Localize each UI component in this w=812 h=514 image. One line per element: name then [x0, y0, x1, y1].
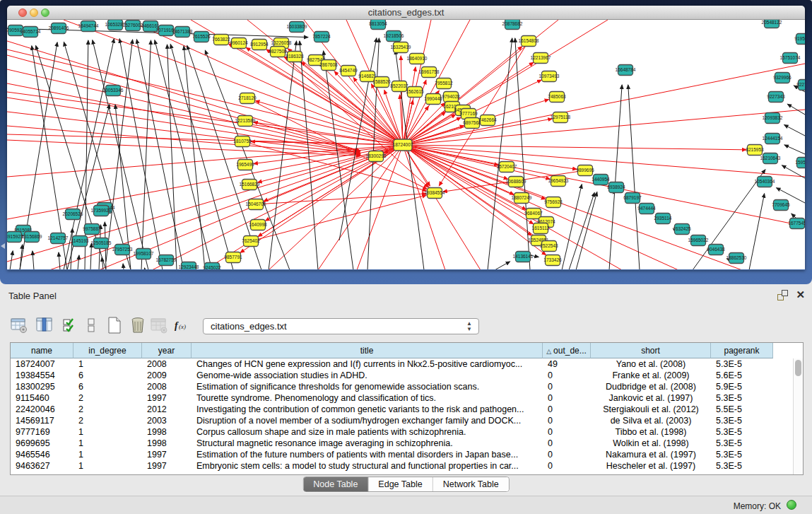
graph-node[interactable]: 19654923 [548, 176, 569, 187]
graph-node[interactable]: 9975887 [83, 224, 101, 235]
graph-node[interactable]: 9827508 [269, 47, 287, 57]
function-builder-button[interactable]: f(x) [171, 315, 192, 337]
graph-node[interactable]: 1595838 [795, 158, 805, 168]
graph-node[interactable]: 20891406 [49, 23, 69, 34]
graph-node[interactable]: 18862530 [726, 253, 747, 264]
graph-node[interactable]: 8227745 [796, 80, 805, 90]
graph-node[interactable]: 2522543 [540, 241, 558, 252]
delete-table-button-disabled[interactable] [148, 315, 170, 337]
graph-node[interactable]: 1640998 [249, 220, 267, 230]
graph-node[interactable]: 7857224 [312, 32, 331, 42]
graph-node[interactable]: 20548122 [762, 20, 782, 28]
graph-node[interactable]: 9960124 [230, 38, 248, 49]
column-header-short[interactable]: short [591, 343, 711, 358]
graph-node[interactable]: 15166829 [240, 180, 260, 190]
graph-node[interactable]: 7615526 [192, 32, 211, 42]
graph-node[interactable]: 1145193 [71, 236, 89, 247]
graph-node[interactable]: 8813054 [369, 20, 387, 30]
graph-node[interactable]: 12444154 [763, 134, 783, 144]
close-panel-icon[interactable]: ✕ [796, 288, 805, 301]
graph-node[interactable]: 15046706 [246, 199, 266, 210]
graph-node[interactable]: 14136141 [513, 252, 534, 262]
graph-node[interactable]: 10540364 [755, 177, 775, 187]
graph-node[interactable]: 9899695 [576, 165, 594, 176]
graph-node[interactable]: 12093832 [763, 113, 783, 124]
graph-node[interactable]: 8186328 [286, 52, 304, 62]
table-scrollbar[interactable] [793, 358, 803, 474]
collapse-panel-arrow-icon[interactable] [1, 243, 5, 249]
graph-node[interactable]: 6879197 [623, 193, 642, 204]
graph-node[interactable]: 15965022 [688, 235, 709, 246]
graph-node[interactable]: 8938924 [607, 182, 625, 193]
graph-node[interactable]: 13156869 [22, 232, 42, 243]
graph-node[interactable]: 9195012 [794, 34, 805, 45]
graph-node[interactable]: 9474444 [637, 204, 656, 214]
graph-node[interactable]: 20878682 [502, 20, 523, 30]
tab-network-table[interactable]: Network Table [433, 477, 509, 491]
graph-node[interactable]: 19384554 [425, 188, 445, 199]
table-row[interactable]: 1830029562008Estimation of significance … [11, 381, 803, 392]
graph-node[interactable]: 2935114 [654, 214, 672, 224]
table-settings-button[interactable] [8, 315, 30, 337]
graph-node[interactable]: 8912954 [250, 40, 269, 50]
graph-node[interactable]: 16648784 [616, 65, 636, 76]
graph-node[interactable]: 17957253 [112, 245, 133, 255]
graph-node[interactable]: 8454749 [339, 66, 358, 76]
graph-node[interactable]: 14671388 [172, 27, 193, 37]
select-rows-button[interactable] [59, 315, 81, 337]
graph-node[interactable]: 1440954 [592, 175, 610, 185]
graph-node[interactable]: 9329966 [773, 73, 792, 83]
merge-rows-button[interactable] [81, 315, 102, 337]
graph-node[interactable]: 12142757 [48, 233, 69, 244]
show-columns-button[interactable] [34, 315, 55, 337]
table-row[interactable]: 1456911722003Disruption of a novel membe… [11, 415, 803, 426]
graph-node[interactable]: 18494744 [78, 21, 99, 32]
graph-node[interactable]: 9245022 [203, 263, 221, 270]
graph-node[interactable]: 10688609 [506, 177, 526, 187]
column-header-year[interactable]: year [142, 343, 192, 358]
table-row[interactable]: 911546021997Tourette syndrome. Phenomeno… [11, 392, 803, 404]
graph-node[interactable]: 7955812 [435, 78, 453, 89]
graph-node[interactable]: 15720407 [497, 162, 517, 173]
graph-node[interactable]: 16961758 [419, 67, 440, 78]
table-row[interactable]: 2242004622012Investigating the contribut… [11, 404, 803, 415]
graph-node[interactable]: 1990448 [424, 94, 442, 105]
graph-node[interactable]: 9756928 [544, 197, 563, 208]
graph-node[interactable]: 18807249 [512, 193, 532, 204]
float-panel-icon[interactable] [777, 290, 788, 300]
graph-node[interactable]: 16782759 [156, 255, 177, 266]
graph-node[interactable]: 1562615 [406, 87, 424, 98]
table-row[interactable]: 946554611997Estimation of the future num… [11, 449, 803, 460]
graph-node[interactable]: 14055714 [20, 27, 41, 37]
graph-node[interactable]: 7625402 [242, 236, 260, 247]
graph-node[interactable]: 7663822 [212, 35, 230, 45]
graph-node[interactable]: 16325419 [391, 42, 411, 53]
graph-node[interactable]: 1965499 [236, 160, 254, 170]
graph-node[interactable]: 20206526 [63, 209, 83, 220]
graph-node[interactable]: 1810755 [233, 136, 252, 147]
tab-node-table[interactable]: Node Table [303, 477, 368, 491]
table-row[interactable]: 977716911998Corpus callosum shape and si… [11, 426, 803, 438]
new-table-button[interactable] [104, 315, 125, 337]
graph-node[interactable]: 16033809 [287, 22, 307, 33]
graph-node[interactable]: 2718120 [238, 93, 257, 104]
graph-node[interactable]: 18300295 [366, 151, 387, 162]
graph-node[interactable]: 7485063 [548, 92, 566, 103]
graph-node[interactable]: 12923448 [179, 262, 199, 270]
graph-node[interactable]: 18724007 [393, 139, 413, 151]
tab-edge-table[interactable]: Edge Table [368, 477, 433, 491]
graph-node[interactable]: 12505185 [91, 238, 112, 249]
graph-node[interactable]: 7462664 [478, 115, 497, 126]
graph-node[interactable]: 16210643 [760, 153, 781, 164]
window-titlebar[interactable]: citations_edges.txt [7, 6, 805, 20]
graph-node[interactable]: 9794028 [442, 92, 460, 103]
column-header-in-degree[interactable]: in_degree [73, 343, 142, 358]
graph-node[interactable]: 1677545 [788, 218, 805, 229]
graph-node[interactable]: 8215953 [746, 145, 764, 156]
graph-node[interactable]: 10973493 [539, 71, 560, 82]
table-row[interactable]: 969969511998Structural magnetic resonanc… [11, 438, 803, 449]
graph-node[interactable]: 19218506 [384, 31, 404, 42]
graph-node[interactable]: 15751074 [780, 53, 801, 64]
column-header-pagerank[interactable]: pagerank [711, 343, 773, 358]
graph-node[interactable]: 15276002 [123, 21, 143, 31]
